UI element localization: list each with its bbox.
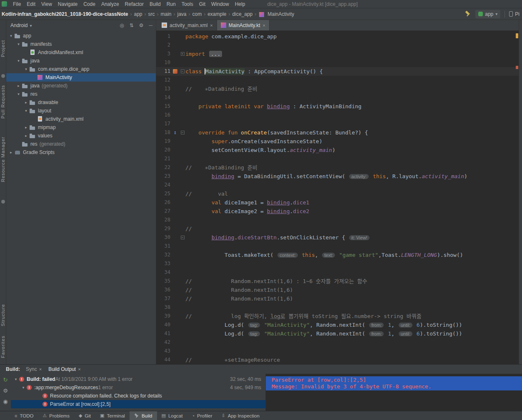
menu-item-help[interactable]: Help	[232, 1, 248, 7]
code-area[interactable]: 1package com.example.dice_app23+import .…	[156, 31, 519, 364]
chevron-down-icon[interactable]: ▾	[20, 385, 27, 390]
code-line[interactable]: 21	[156, 154, 519, 163]
project-view-selector[interactable]: Android ▾	[10, 22, 32, 28]
breadcrumb-item-src[interactable]: src	[148, 11, 155, 17]
build-tree-row[interactable]: !ParseError at [row,col]:[2,5]	[11, 400, 265, 408]
breadcrumb-item-main[interactable]: main	[160, 11, 171, 17]
commit-icon[interactable]	[1, 74, 5, 78]
code-line[interactable]: 15 private lateinit var binding : Activi…	[156, 102, 519, 111]
override-icon[interactable]: ↥	[173, 130, 176, 135]
menu-item-code[interactable]: Code	[80, 1, 98, 7]
statusbar-item-git[interactable]: ◆Git	[74, 411, 95, 420]
breadcrumb-item-mainactivity[interactable]: MainActivity	[258, 11, 294, 17]
menu-item-analyze[interactable]: Analyze	[98, 1, 122, 7]
run-configuration-select[interactable]: app ▾	[475, 10, 500, 18]
code-line[interactable]: 30− binding.diceStartBtn.setOnClickListe…	[156, 233, 519, 242]
code-line[interactable]: 3+import ...	[156, 50, 519, 58]
console-error-line[interactable]: Message: Invalid byte 3 of 4-byte UTF-8 …	[266, 383, 522, 390]
chevron-down-icon[interactable]: ▾	[23, 67, 29, 71]
close-icon[interactable]: ×	[210, 23, 212, 28]
menu-item-navigate[interactable]: Navigate	[55, 1, 80, 7]
tree-item-res[interactable]: ▾res	[6, 90, 156, 98]
code-line[interactable]: 24	[156, 181, 519, 189]
code-line[interactable]: 2	[156, 41, 519, 50]
chevron-down-icon[interactable]: ▾	[12, 377, 19, 381]
code-line[interactable]: 18↥− override fun onCreate(savedInstance…	[156, 128, 519, 137]
editor-scrollbar[interactable]	[515, 31, 519, 364]
code-line[interactable]: 29//	[156, 224, 519, 233]
build-tree-row[interactable]: !Resource compilation failed. Check logs…	[11, 392, 265, 400]
breadcrumb-item-app[interactable]: app	[134, 11, 142, 17]
tree-item-app[interactable]: ▾app	[6, 32, 156, 40]
bookmark-icon[interactable]	[173, 69, 177, 74]
tree-item-gradle-scripts[interactable]: ▸Gradle Scripts	[6, 148, 156, 157]
tree-item-mainactivity[interactable]: MainActivity	[6, 73, 156, 82]
locate-file-icon[interactable]: ◎	[120, 22, 124, 28]
menu-item-run[interactable]: Run	[164, 1, 179, 7]
code-line[interactable]: 28	[156, 216, 519, 224]
rerun-build-icon[interactable]: ↻	[3, 377, 8, 383]
code-line[interactable]: 22// ✳DataBinding 준비	[156, 163, 519, 172]
statusbar-item-build[interactable]: Build	[130, 411, 157, 420]
chevron-right-icon[interactable]: ▸	[15, 84, 22, 88]
statusbar-item-logcat[interactable]: ▤Logcat	[157, 411, 187, 420]
code-line[interactable]: 39// log 확인하기, log로 뽑기위해 toString 필요.num…	[156, 312, 519, 321]
code-line[interactable]: 25// val	[156, 189, 519, 198]
collapse-all-icon[interactable]: ⇅	[130, 22, 134, 28]
code-line[interactable]: 23 binding = DataBindingUtil.setContentV…	[156, 172, 519, 181]
menu-item-build[interactable]: Build	[147, 1, 164, 7]
statusbar-item-todo[interactable]: ≡TODO	[10, 411, 38, 420]
menu-item-view[interactable]: View	[38, 1, 55, 7]
code-line[interactable]: 44// ✳setImageResource	[156, 355, 519, 364]
code-line[interactable]: 10	[156, 58, 519, 67]
code-line[interactable]: 13// ✳DataBinding 준비	[156, 84, 519, 93]
tool-stripe-structure[interactable]: Structure	[0, 304, 6, 326]
breadcrumb-item-kotlin-infran-gabokchi2021-1018-190-dice-classnote[interactable]: Kotlin-infran_gabokchi2021_1018-190-dice…	[2, 11, 128, 17]
code-line[interactable]: 16	[156, 111, 519, 119]
code-line[interactable]: 34	[156, 268, 519, 277]
menu-item-edit[interactable]: Edit	[24, 1, 38, 7]
menu-item-refactor[interactable]: Refactor	[122, 1, 147, 7]
hide-panel-icon[interactable]: ─	[149, 22, 152, 28]
code-line[interactable]: 42	[156, 338, 519, 347]
fold-minus-icon[interactable]: −	[181, 70, 185, 73]
tool-stripe-resource-manager[interactable]: Resource Manager	[0, 137, 6, 182]
tree-item-res[interactable]: res(generated)	[6, 140, 156, 148]
breadcrumb-item-com[interactable]: com	[192, 11, 202, 17]
statusbar-item-terminal[interactable]: ▣Terminal	[95, 411, 130, 420]
breadcrumb-item-example[interactable]: example	[207, 11, 226, 17]
statusbar-item-profiler[interactable]: ◔Profiler	[187, 411, 217, 420]
chevron-right-icon[interactable]: ▸	[23, 134, 29, 138]
code-line[interactable]: 12	[156, 76, 519, 84]
code-line[interactable]: 41 Log.d( tag: "MainActivity", Random.ne…	[156, 329, 519, 338]
fold-minus-icon[interactable]: −	[181, 236, 185, 239]
chevron-down-icon[interactable]: ▾	[23, 109, 29, 113]
tree-item-activity-main-xml[interactable]: activity_main.xml	[6, 115, 156, 123]
code-line[interactable]: 35// Random.nextInt(1,6) : 1~6 숫자를 가져오는 …	[156, 277, 519, 286]
menu-item-tools[interactable]: Tools	[179, 1, 196, 7]
layers-icon[interactable]	[1, 200, 5, 204]
code-line[interactable]: 36// Random.nextInt(1,6)	[156, 286, 519, 294]
breadcrumb-item-dice-app[interactable]: dice_app	[232, 11, 253, 17]
tree-item-layout[interactable]: ▾layout	[6, 107, 156, 115]
build-console[interactable]: ParseError at [row,col]:[2,5]Message: In…	[266, 374, 522, 411]
build-tab-sync[interactable]: Sync×	[22, 365, 45, 374]
code-line[interactable]: 40 Log.d( tag: "MainActivity", Random.ne…	[156, 321, 519, 329]
code-line[interactable]: 14	[156, 93, 519, 102]
editor-tab-activity-main-xml[interactable]: activity_main.xml×	[158, 20, 217, 30]
build-tree-row[interactable]: ▾!Build: failed At 10/18/2021 9:00 AM wi…	[11, 375, 265, 383]
tree-item-com-example-dice-app[interactable]: ▾com.example.dice_app	[6, 65, 156, 73]
code-line[interactable]: 19 super.onCreate(savedInstanceState)	[156, 137, 519, 146]
code-line[interactable]: 17	[156, 119, 519, 128]
code-line[interactable]: 31	[156, 242, 519, 251]
tool-stripe-project[interactable]: Project	[0, 40, 6, 57]
statusbar-item-problems[interactable]: ⚠Problems	[38, 411, 74, 420]
chevron-down-icon[interactable]: ▾	[8, 34, 14, 38]
chevron-right-icon[interactable]: ▸	[23, 125, 29, 129]
inspect-icon[interactable]: ◉	[3, 398, 7, 405]
code-line[interactable]: 37// Random.nextInt(1,6)	[156, 294, 519, 303]
chevron-down-icon[interactable]: ▾	[15, 92, 22, 96]
code-line[interactable]: 20 setContentView(R.layout.activity_main…	[156, 146, 519, 154]
tool-stripe-pull-requests[interactable]: Pull Requests	[0, 85, 6, 119]
statusbar-item-app-inspection[interactable]: ⇩App Inspection	[217, 411, 264, 420]
